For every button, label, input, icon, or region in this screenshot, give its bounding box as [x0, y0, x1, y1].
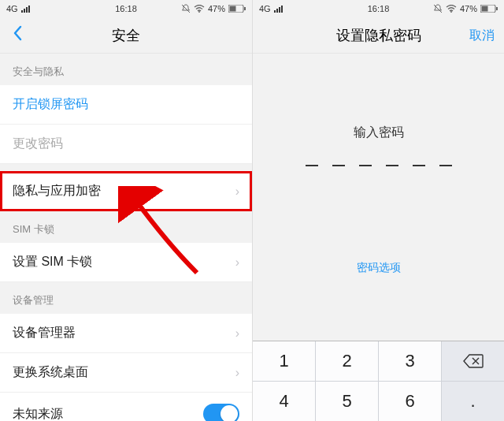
back-button[interactable] — [8, 22, 27, 49]
nav-bar: 安全 — [0, 17, 252, 54]
key-4[interactable]: 4 — [253, 382, 315, 421]
battery-pct: 47% — [208, 4, 225, 13]
svg-rect-8 — [274, 10, 276, 13]
battery-icon — [480, 5, 498, 13]
key-3[interactable]: 3 — [379, 341, 441, 381]
section-header-security: 安全与隐私 — [0, 54, 252, 85]
status-bar: 4G 16:18 47% — [0, 0, 252, 17]
row-label: 开启锁屏密码 — [13, 96, 88, 113]
settings-list: 安全与隐私 开启锁屏密码 更改密码 隐私与应用加密 › SIM 卡锁 设置 SI… — [0, 54, 252, 421]
svg-rect-3 — [28, 6, 30, 13]
page-title: 设置隐私密码 — [336, 26, 421, 45]
row-change-launcher[interactable]: 更换系统桌面 › — [0, 353, 252, 393]
status-time: 16:18 — [115, 4, 137, 13]
svg-rect-6 — [230, 6, 236, 12]
network-label: 4G — [6, 4, 18, 13]
row-privacy-app-encrypt[interactable]: 隐私与应用加密 › — [0, 172, 252, 211]
svg-rect-7 — [244, 7, 246, 10]
status-bar: 4G 16:18 47% — [253, 0, 504, 17]
dnd-icon — [181, 4, 191, 13]
svg-point-4 — [198, 11, 200, 13]
toggle-unknown-sources[interactable] — [203, 404, 239, 421]
row-unknown-sources[interactable]: 未知来源 — [0, 393, 252, 421]
status-time: 16:18 — [368, 4, 390, 13]
svg-rect-1 — [24, 9, 25, 13]
screen-security-settings: 4G 16:18 47% — [0, 0, 252, 421]
key-1[interactable]: 1 — [253, 341, 315, 381]
row-device-admin[interactable]: 设备管理器 › — [0, 314, 252, 353]
wifi-icon — [194, 5, 205, 13]
chevron-left-icon — [13, 25, 22, 41]
password-entry-area: 输入密码 密码选项 — [253, 54, 504, 341]
svg-rect-15 — [496, 7, 498, 10]
password-options-link[interactable]: 密码选项 — [357, 261, 401, 275]
page-title: 安全 — [112, 26, 140, 45]
chevron-right-icon: › — [235, 366, 239, 380]
svg-rect-2 — [26, 7, 28, 13]
screen-set-privacy-password: 4G 16:18 47% 设置隐私密码 取消 — [252, 0, 504, 421]
key-5[interactable]: 5 — [316, 382, 378, 421]
dnd-icon — [433, 4, 443, 13]
svg-rect-10 — [279, 7, 280, 13]
svg-rect-14 — [482, 6, 488, 12]
battery-pct: 47% — [460, 4, 477, 13]
row-label: 设置 SIM 卡锁 — [13, 254, 92, 270]
row-label: 隐私与应用加密 — [13, 183, 101, 199]
row-change-password: 更改密码 — [0, 125, 252, 164]
backspace-icon — [463, 354, 484, 368]
row-label: 更改密码 — [13, 136, 63, 152]
signal-icon — [21, 5, 32, 13]
section-header-device: 设备管理 — [0, 282, 252, 314]
key-dot[interactable]: . — [442, 382, 504, 421]
row-label: 未知来源 — [13, 406, 63, 422]
wifi-icon — [446, 5, 457, 13]
section-header-sim: SIM 卡锁 — [0, 211, 252, 243]
svg-rect-0 — [21, 10, 23, 13]
chevron-right-icon: › — [235, 184, 239, 199]
key-backspace[interactable] — [442, 341, 504, 381]
signal-icon — [274, 5, 285, 13]
key-6[interactable]: 6 — [379, 382, 441, 421]
row-label: 更换系统桌面 — [13, 364, 88, 381]
password-dashes — [306, 165, 452, 166]
chevron-right-icon: › — [235, 255, 239, 270]
row-sim-lock[interactable]: 设置 SIM 卡锁 › — [0, 243, 252, 282]
svg-point-12 — [450, 11, 452, 13]
password-prompt: 输入密码 — [354, 125, 404, 141]
cancel-button[interactable]: 取消 — [469, 27, 495, 43]
chevron-right-icon: › — [235, 326, 239, 341]
battery-icon — [228, 5, 246, 13]
network-label: 4G — [259, 4, 271, 13]
row-enable-lockscreen-password[interactable]: 开启锁屏密码 — [0, 85, 252, 125]
numeric-keypad: 1 2 3 4 5 6 . — [253, 341, 504, 421]
key-2[interactable]: 2 — [316, 341, 378, 381]
svg-rect-11 — [281, 6, 283, 13]
svg-rect-9 — [276, 9, 278, 13]
row-label: 设备管理器 — [13, 325, 76, 341]
nav-bar: 设置隐私密码 取消 — [253, 17, 504, 54]
